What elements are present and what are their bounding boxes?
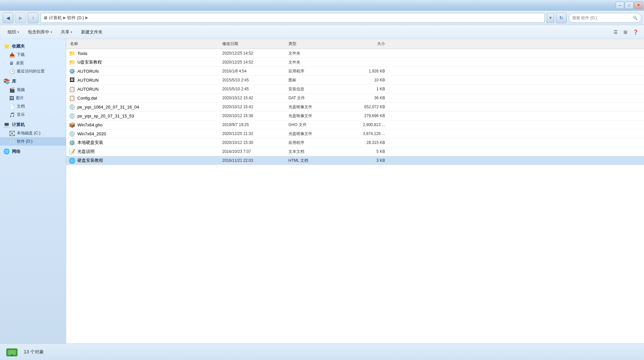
file-type: 文本文档 [287, 149, 340, 155]
column-date[interactable]: 修改日期 [221, 40, 287, 47]
table-row[interactable]: 📁 U盘安装教程 2020/12/25 14:52 文件夹 [66, 58, 644, 67]
new-folder-button[interactable]: 新建文件夹 [77, 27, 106, 37]
file-name: U盘安装教程 [77, 59, 102, 65]
file-area: 名称 修改日期 类型 大小 📁 Tools 2020/12/25 14:52 文… [66, 39, 644, 343]
table-row[interactable]: 💿 Win7x64_2020 2020/12/25 11:32 光盘映像文件 3… [66, 129, 644, 138]
table-row[interactable]: 📝 光盘说明 2016/10/23 7:07 文本文档 5 KB [66, 147, 644, 156]
file-name: AUTORUN [77, 87, 99, 92]
sidebar-music-label: 音乐 [17, 112, 25, 117]
file-date: 2019/9/7 19:25 [221, 122, 287, 127]
view-toggle-button[interactable]: ⊞ [621, 27, 630, 37]
refresh-button[interactable]: ↻ [556, 13, 567, 23]
table-row[interactable]: 🖼 AUTORUN 2015/5/10 2:45 图标 10 KB [66, 76, 644, 85]
sidebar-item-downloads[interactable]: 📥 下载 [0, 51, 66, 59]
desktop-icon: 🖥 [9, 61, 14, 66]
sidebar-section-network: 🌐 网络 [0, 147, 66, 156]
sidebar-drive-c-label: 本地磁盘 (C:) [17, 130, 40, 136]
view-list-button[interactable]: ☰ [611, 27, 620, 37]
view-buttons: ☰ ⊞ ❓ [611, 27, 640, 37]
library-icon: 📚 [3, 78, 10, 84]
file-icon: 📁 [69, 59, 75, 66]
address-bar: ◀ ▶ ↑ 🖥 计算机 ▶ 软件 (D:) ▶ ▾ ↻ 🔍 [0, 11, 644, 25]
sidebar-item-drive-c[interactable]: 💽 本地磁盘 (C:) [0, 129, 66, 137]
table-row[interactable]: 📋 Config.dat 2020/10/12 15:42 DAT 文件 36 … [66, 94, 644, 103]
organize-button[interactable]: 组织 ▾ [4, 27, 23, 37]
drive-c-icon: 💽 [9, 131, 15, 136]
sidebar-item-pictures[interactable]: 🖼 图片 [0, 94, 66, 102]
file-date: 2016/10/23 7:07 [221, 149, 287, 154]
up-button[interactable]: ↑ [28, 13, 38, 23]
window-controls: ─ □ ✕ [616, 2, 643, 9]
sidebar-item-drive-d[interactable]: 💿 软件 (D:) [0, 137, 66, 146]
breadcrumb-drive[interactable]: 软件 (D:) [67, 15, 84, 21]
network-icon: 🌐 [3, 148, 10, 155]
sidebar-header-favorites[interactable]: ⭐ 收藏夹 [0, 42, 66, 51]
file-name-cell: 📋 AUTORUN [69, 86, 221, 92]
file-type: GHO 文件 [287, 122, 340, 128]
search-input[interactable] [572, 16, 633, 20]
file-date: 2020/10/12 15:36 [221, 113, 287, 118]
sidebar-header-network[interactable]: 🌐 网络 [0, 147, 66, 156]
new-folder-label: 新建文件夹 [81, 29, 103, 35]
table-row[interactable]: 🌐 硬盘安装教程 2016/11/21 22:03 HTML 文档 3 KB [66, 156, 644, 165]
search-box[interactable]: 🔍 [569, 13, 641, 23]
close-button[interactable]: ✕ [634, 2, 643, 9]
search-icon: 🔍 [633, 16, 638, 20]
maximize-button[interactable]: □ [625, 2, 633, 9]
file-name-cell: 📦 Win7x64.gho [69, 121, 221, 128]
table-row[interactable]: ⚙️ 本地硬盘安装 2020/10/12 15:30 应用程序 28,315 K… [66, 138, 644, 147]
file-type: 文件夹 [287, 51, 340, 56]
drive-d-icon: 💿 [9, 139, 15, 144]
file-type: 光盘映像文件 [287, 113, 340, 119]
file-type: 应用程序 [287, 140, 340, 146]
file-size: 3 KB [340, 158, 386, 163]
sidebar-item-documents[interactable]: 📄 文档 [0, 102, 66, 111]
column-type[interactable]: 类型 [287, 40, 340, 47]
sidebar-item-music[interactable]: 🎵 音乐 [0, 111, 66, 119]
file-size: 3,874,126 ... [340, 131, 386, 136]
help-button[interactable]: ❓ [631, 27, 640, 37]
file-name: 硬盘安装教程 [77, 158, 103, 163]
file-name-cell: ⚙️ AUTORUN [69, 68, 221, 74]
file-name-cell: ⚙️ 本地硬盘安装 [69, 139, 221, 146]
file-type: 图标 [287, 77, 340, 83]
table-row[interactable]: ⚙️ AUTORUN 2016/1/8 4:54 应用程序 1,926 KB [66, 67, 644, 76]
file-name-cell: 📝 光盘说明 [69, 148, 221, 155]
file-name-cell: 📁 U盘安装教程 [69, 59, 221, 66]
file-type: 光盘映像文件 [287, 104, 340, 110]
back-button[interactable]: ◀ [3, 13, 13, 23]
pictures-icon: 🖼 [9, 96, 14, 101]
sidebar-section-favorites: ⭐ 收藏夹 📥 下载 🖥 桌面 🕒 最近访问的位置 [0, 42, 66, 75]
file-type: 文件夹 [287, 60, 340, 65]
file-name-cell: 📁 Tools [69, 50, 221, 57]
address-dropdown-button[interactable]: ▾ [547, 13, 554, 23]
file-date: 2020/10/12 15:42 [221, 96, 287, 100]
file-type: DAT 文件 [287, 95, 340, 101]
file-size: 28,315 KB [340, 140, 386, 145]
table-row[interactable]: 📋 AUTORUN 2015/5/10 2:45 安装信息 1 KB [66, 85, 644, 94]
file-date: 2015/5/10 2:45 [221, 87, 287, 91]
breadcrumb-computer[interactable]: 计算机 [49, 15, 62, 21]
file-type: 应用程序 [287, 68, 340, 74]
minimize-button[interactable]: ─ [616, 2, 624, 9]
file-icon: ⚙️ [69, 68, 75, 74]
table-row[interactable]: 📦 Win7x64.gho 2019/9/7 19:25 GHO 文件 2,90… [66, 120, 644, 129]
table-row[interactable]: 📁 Tools 2020/12/25 14:52 文件夹 [66, 49, 644, 58]
sidebar-header-library[interactable]: 📚 库 [0, 77, 66, 86]
sidebar-item-recent[interactable]: 🕒 最近访问的位置 [0, 67, 66, 75]
sidebar-section-library: 📚 库 🎬 视频 🖼 图片 📄 文档 🎵 音乐 [0, 77, 66, 119]
main-area: ⭐ 收藏夹 📥 下载 🖥 桌面 🕒 最近访问的位置 📚 库 [0, 39, 644, 343]
forward-button[interactable]: ▶ [15, 13, 26, 23]
table-row[interactable]: 💿 pe_yqs_1064_20_07_31_16_04 2020/10/12 … [66, 103, 644, 112]
sidebar-item-video[interactable]: 🎬 视频 [0, 86, 66, 94]
column-name[interactable]: 名称 [69, 40, 221, 47]
file-date: 2020/12/25 14:52 [221, 51, 287, 56]
column-size[interactable]: 大小 [340, 40, 386, 47]
share-button[interactable]: 共享 ▾ [57, 27, 76, 37]
file-type: HTML 文档 [287, 158, 340, 163]
table-row[interactable]: 💿 pe_yqs_xp_20_07_31_15_53 2020/10/12 15… [66, 112, 644, 120]
add-to-library-button[interactable]: 包含到库中 ▾ [24, 27, 56, 37]
sidebar-item-desktop[interactable]: 🖥 桌面 [0, 59, 66, 67]
sidebar-header-computer[interactable]: 💻 计算机 [0, 120, 66, 129]
file-name: pe_yqs_1064_20_07_31_16_04 [77, 105, 139, 110]
